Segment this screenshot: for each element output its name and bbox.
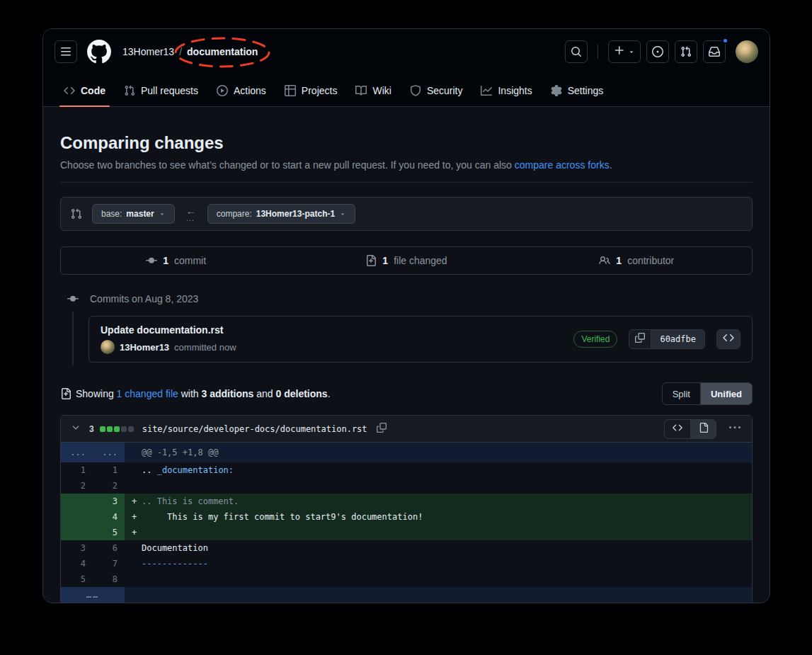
people-icon (599, 255, 610, 266)
page-description: Choose two branches to see what’s change… (60, 158, 753, 172)
diffstat-addition-square (100, 426, 105, 432)
new-line-number[interactable]: 2 (93, 478, 125, 494)
commits-timeline: Commits on Aug 8, 2023 Update documentat… (60, 293, 753, 363)
unified-view-button[interactable]: Unified (700, 383, 752, 404)
tab-settings[interactable]: Settings (545, 74, 610, 106)
stat-label: file changed (394, 255, 447, 266)
issues-button[interactable] (646, 40, 669, 63)
contributors-stat[interactable]: 1 contributor (522, 255, 752, 266)
compare-branch-selector[interactable]: compare: 13Homer13-patch-1 (207, 204, 355, 224)
search-button[interactable] (565, 40, 588, 63)
github-logo-icon[interactable] (87, 40, 111, 64)
tab-insights[interactable]: Insights (475, 74, 537, 106)
diff-line: 1 1 .. _documentation: (61, 462, 752, 478)
old-line-number[interactable] (61, 494, 93, 509)
inbox-button[interactable] (703, 40, 726, 63)
new-line-number[interactable]: 1 (93, 462, 125, 478)
diff-line-addition: 3 +.. This is comment. (61, 494, 752, 509)
inbox-icon (709, 46, 720, 57)
old-line-number[interactable] (61, 509, 93, 525)
avatar[interactable] (736, 40, 758, 63)
collapse-file-button[interactable] (68, 421, 84, 437)
verified-badge[interactable]: Verified (573, 331, 617, 348)
commit-info: Update documentation.rst 13Homer13 commi… (101, 324, 236, 354)
pull-requests-button[interactable] (675, 40, 697, 63)
new-line-number[interactable]: 3 (93, 494, 125, 509)
and-text: and (253, 388, 275, 399)
comparison-stats-bar: 1 commit 1 file changed 1 contributor (60, 246, 753, 275)
git-pull-request-icon (680, 46, 692, 57)
showing-text: Showing (76, 388, 117, 399)
search-icon (571, 46, 582, 57)
diff-line: 2 2 (61, 478, 752, 494)
changed-file-link[interactable]: 1 changed file (117, 388, 178, 399)
period-text: . (328, 388, 331, 399)
triangle-down-icon (339, 210, 346, 217)
expand-hunk-button[interactable]: ... (61, 443, 93, 462)
split-view-button[interactable]: Split (663, 383, 700, 404)
triangle-down-icon (628, 45, 635, 58)
tab-label: Wiki (372, 85, 391, 96)
code-line: .. _documentation: (125, 462, 752, 478)
tab-security[interactable]: Security (404, 74, 469, 106)
copy-sha-button[interactable] (629, 329, 651, 349)
file-view-toggle (664, 419, 716, 439)
browse-code-button[interactable] (716, 329, 740, 349)
code-line: Documentation (125, 540, 752, 556)
commit-author-link[interactable]: 13Homer13 (120, 342, 169, 353)
new-line-number[interactable]: 5 (93, 525, 125, 540)
author-avatar[interactable] (101, 340, 115, 354)
code-icon (673, 423, 682, 435)
rendered-view-button[interactable] (690, 420, 716, 438)
new-line-number[interactable]: 4 (93, 509, 125, 525)
old-line-number[interactable]: 3 (61, 540, 93, 556)
tab-projects[interactable]: Projects (279, 74, 343, 106)
top-bar: 13Homer13 / documentation (43, 29, 770, 74)
code-line: +.. This is comment. (125, 494, 752, 509)
commit-sha-button[interactable]: 60adfbe (651, 329, 705, 349)
stat-label: commit (174, 255, 206, 266)
tab-label: Security (427, 85, 463, 96)
stat-value: 1 (616, 255, 622, 266)
tab-actions[interactable]: Actions (211, 74, 272, 106)
base-branch-selector[interactable]: base: master (92, 204, 175, 224)
git-pull-request-icon (124, 85, 135, 96)
old-line-number[interactable]: 2 (61, 478, 93, 494)
diffstat-squares (100, 426, 134, 432)
expand-hunk-button[interactable]: ⋯⋯ (61, 587, 125, 603)
expand-hunk-button[interactable]: ... (93, 443, 125, 462)
compare-across-forks-link[interactable]: compare across forks (515, 159, 610, 171)
code-line (125, 478, 752, 494)
hamburger-menu-button[interactable] (55, 40, 77, 63)
create-new-button[interactable] (608, 40, 641, 63)
new-line-number[interactable]: 6 (93, 540, 125, 556)
file-options-button[interactable] (725, 419, 745, 439)
triangle-down-icon (159, 210, 166, 217)
old-line-number[interactable]: 1 (61, 462, 93, 478)
copy-path-button[interactable] (373, 421, 390, 438)
code-icon (723, 332, 734, 346)
files-summary: Showing 1 changed file with 3 additions … (60, 388, 331, 399)
file-path-link[interactable]: site/source/developer-docs/documentation… (142, 424, 367, 434)
commit-title-link[interactable]: Update documentation.rst (101, 324, 236, 336)
files-changed-stat[interactable]: 1 file changed (291, 255, 521, 266)
diff-view-toggle: Split Unified (662, 382, 753, 405)
old-line-number[interactable] (61, 525, 93, 540)
old-line-number[interactable]: 5 (61, 571, 93, 587)
source-view-button[interactable] (665, 420, 690, 438)
breadcrumb-repo[interactable]: documentation (187, 46, 258, 57)
hunk-header-text: @@ -1,5 +1,8 @@ (125, 443, 752, 462)
branch-selection-bar: base: master ← ... compare: 13Homer13-pa… (60, 197, 753, 231)
new-line-number[interactable]: 8 (93, 571, 125, 587)
new-line-number[interactable]: 7 (93, 556, 125, 571)
commits-stat[interactable]: 1 commit (61, 255, 291, 266)
breadcrumb-separator: / (179, 46, 182, 57)
tab-pull-requests[interactable]: Pull requests (118, 74, 204, 106)
diff-line-addition: 4 + This is my first commit to start9's … (61, 509, 752, 525)
tab-code[interactable]: Code (58, 74, 111, 106)
breadcrumb-owner[interactable]: 13Homer13 (122, 46, 174, 57)
diff-line: 4 7 ------------- (61, 556, 752, 571)
description-end: . (610, 159, 612, 171)
old-line-number[interactable]: 4 (61, 556, 93, 571)
tab-wiki[interactable]: Wiki (350, 74, 396, 106)
